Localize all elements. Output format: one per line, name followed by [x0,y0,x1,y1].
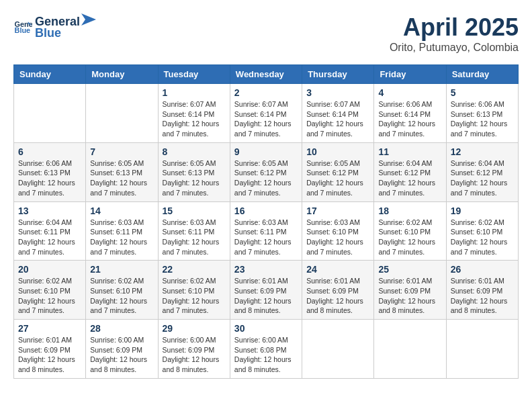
calendar-cell: 9Sunrise: 6:05 AM Sunset: 6:12 PM Daylig… [230,142,302,201]
calendar-cell: 6Sunrise: 6:06 AM Sunset: 6:13 PM Daylig… [14,142,86,201]
calendar-cell: 23Sunrise: 6:01 AM Sunset: 6:09 PM Dayli… [230,261,302,320]
day-info: Sunrise: 6:02 AM Sunset: 6:10 PM Dayligh… [18,276,81,316]
day-number: 27 [18,323,81,334]
day-number: 9 [234,146,298,157]
calendar-cell: 27Sunrise: 6:01 AM Sunset: 6:09 PM Dayli… [14,320,86,379]
day-info: Sunrise: 6:04 AM Sunset: 6:12 PM Dayligh… [451,158,514,198]
day-number: 12 [451,146,514,157]
logo-icon: General Blue [13,17,32,36]
calendar-cell: 14Sunrise: 6:03 AM Sunset: 6:11 PM Dayli… [86,201,158,261]
day-number: 4 [378,87,441,98]
day-info: Sunrise: 6:03 AM Sunset: 6:11 PM Dayligh… [234,218,298,257]
day-number: 18 [378,205,441,216]
calendar-table: SundayMondayTuesdayWednesdayThursdayFrid… [13,64,519,379]
day-number: 8 [163,146,226,157]
day-info: Sunrise: 6:03 AM Sunset: 6:11 PM Dayligh… [163,218,226,257]
day-info: Sunrise: 6:01 AM Sunset: 6:09 PM Dayligh… [306,276,369,316]
weekday-header-saturday: Saturday [446,65,518,84]
calendar-week-row: 20Sunrise: 6:02 AM Sunset: 6:10 PM Dayli… [14,261,519,320]
day-info: Sunrise: 6:07 AM Sunset: 6:14 PM Dayligh… [306,99,369,139]
calendar-cell: 3Sunrise: 6:07 AM Sunset: 6:14 PM Daylig… [302,84,374,143]
calendar-cell: 29Sunrise: 6:00 AM Sunset: 6:09 PM Dayli… [158,320,230,379]
day-number: 11 [378,146,441,157]
day-number: 1 [163,87,226,98]
day-number: 5 [451,87,514,98]
calendar-cell [86,84,158,143]
weekday-header-tuesday: Tuesday [158,65,230,84]
calendar-cell: 20Sunrise: 6:02 AM Sunset: 6:10 PM Dayli… [14,261,86,320]
logo-arrow-icon [81,13,96,26]
calendar-cell: 21Sunrise: 6:02 AM Sunset: 6:10 PM Dayli… [86,261,158,320]
day-info: Sunrise: 6:05 AM Sunset: 6:13 PM Dayligh… [163,158,226,198]
day-number: 28 [90,323,153,334]
day-info: Sunrise: 6:00 AM Sunset: 6:09 PM Dayligh… [163,335,226,375]
calendar-week-row: 1Sunrise: 6:07 AM Sunset: 6:14 PM Daylig… [14,84,519,143]
calendar-cell: 16Sunrise: 6:03 AM Sunset: 6:11 PM Dayli… [230,201,302,261]
calendar-week-row: 27Sunrise: 6:01 AM Sunset: 6:09 PM Dayli… [14,320,519,379]
day-number: 14 [90,205,153,216]
day-number: 30 [234,323,298,334]
calendar-cell: 10Sunrise: 6:05 AM Sunset: 6:12 PM Dayli… [302,142,374,201]
day-number: 7 [90,146,153,157]
day-number: 22 [163,264,226,275]
day-info: Sunrise: 6:00 AM Sunset: 6:08 PM Dayligh… [234,335,298,375]
day-info: Sunrise: 6:01 AM Sunset: 6:09 PM Dayligh… [451,276,514,316]
day-info: Sunrise: 6:01 AM Sunset: 6:09 PM Dayligh… [378,276,441,316]
calendar-week-row: 13Sunrise: 6:04 AM Sunset: 6:11 PM Dayli… [14,201,519,261]
calendar-cell: 4Sunrise: 6:06 AM Sunset: 6:14 PM Daylig… [374,84,446,143]
calendar-cell: 2Sunrise: 6:07 AM Sunset: 6:14 PM Daylig… [230,84,302,143]
title-area: April 2025 Orito, Putumayo, Colombia [390,13,519,54]
day-info: Sunrise: 6:04 AM Sunset: 6:12 PM Dayligh… [378,158,441,198]
logo: General Blue General Blue [13,13,97,40]
calendar-cell [446,320,518,379]
weekday-header-wednesday: Wednesday [230,65,302,84]
location-title: Orito, Putumayo, Colombia [390,42,519,54]
calendar-cell: 22Sunrise: 6:02 AM Sunset: 6:10 PM Dayli… [158,261,230,320]
day-info: Sunrise: 6:03 AM Sunset: 6:11 PM Dayligh… [90,218,153,257]
calendar-cell: 24Sunrise: 6:01 AM Sunset: 6:09 PM Dayli… [302,261,374,320]
calendar-cell: 28Sunrise: 6:00 AM Sunset: 6:09 PM Dayli… [86,320,158,379]
month-title: April 2025 [390,13,519,42]
weekday-header-monday: Monday [86,65,158,84]
calendar-cell [14,84,86,143]
day-info: Sunrise: 6:07 AM Sunset: 6:14 PM Dayligh… [163,99,226,139]
day-number: 20 [18,264,81,275]
day-number: 29 [163,323,226,334]
calendar-cell: 19Sunrise: 6:02 AM Sunset: 6:10 PM Dayli… [446,201,518,261]
day-info: Sunrise: 6:02 AM Sunset: 6:10 PM Dayligh… [451,218,514,257]
svg-text:Blue: Blue [15,26,31,34]
day-number: 19 [451,205,514,216]
calendar-cell: 12Sunrise: 6:04 AM Sunset: 6:12 PM Dayli… [446,142,518,201]
calendar-cell: 5Sunrise: 6:06 AM Sunset: 6:13 PM Daylig… [446,84,518,143]
calendar-cell: 7Sunrise: 6:05 AM Sunset: 6:13 PM Daylig… [86,142,158,201]
day-info: Sunrise: 6:05 AM Sunset: 6:12 PM Dayligh… [306,158,369,198]
day-number: 23 [234,264,298,275]
calendar-cell: 17Sunrise: 6:03 AM Sunset: 6:10 PM Dayli… [302,201,374,261]
page-header: General Blue General Blue April 2025 Ori… [13,13,519,54]
day-info: Sunrise: 6:06 AM Sunset: 6:13 PM Dayligh… [18,158,81,198]
day-info: Sunrise: 6:02 AM Sunset: 6:10 PM Dayligh… [378,218,441,257]
day-info: Sunrise: 6:06 AM Sunset: 6:13 PM Dayligh… [451,99,514,139]
calendar-cell [302,320,374,379]
calendar-cell [374,320,446,379]
day-number: 3 [306,87,369,98]
calendar-cell: 15Sunrise: 6:03 AM Sunset: 6:11 PM Dayli… [158,201,230,261]
day-number: 17 [306,205,369,216]
day-info: Sunrise: 6:05 AM Sunset: 6:13 PM Dayligh… [90,158,153,198]
calendar-cell: 11Sunrise: 6:04 AM Sunset: 6:12 PM Dayli… [374,142,446,201]
day-number: 26 [451,264,514,275]
calendar-week-row: 6Sunrise: 6:06 AM Sunset: 6:13 PM Daylig… [14,142,519,201]
weekday-header-thursday: Thursday [302,65,374,84]
day-info: Sunrise: 6:04 AM Sunset: 6:11 PM Dayligh… [18,218,81,257]
calendar-header-row: SundayMondayTuesdayWednesdayThursdayFrid… [14,65,519,84]
day-number: 16 [234,205,298,216]
day-number: 2 [234,87,298,98]
svg-marker-3 [81,13,96,26]
day-info: Sunrise: 6:05 AM Sunset: 6:12 PM Dayligh… [234,158,298,198]
day-info: Sunrise: 6:00 AM Sunset: 6:09 PM Dayligh… [90,335,153,375]
calendar-cell: 25Sunrise: 6:01 AM Sunset: 6:09 PM Dayli… [374,261,446,320]
calendar-cell: 30Sunrise: 6:00 AM Sunset: 6:08 PM Dayli… [230,320,302,379]
day-number: 15 [163,205,226,216]
day-number: 24 [306,264,369,275]
day-number: 13 [18,205,81,216]
